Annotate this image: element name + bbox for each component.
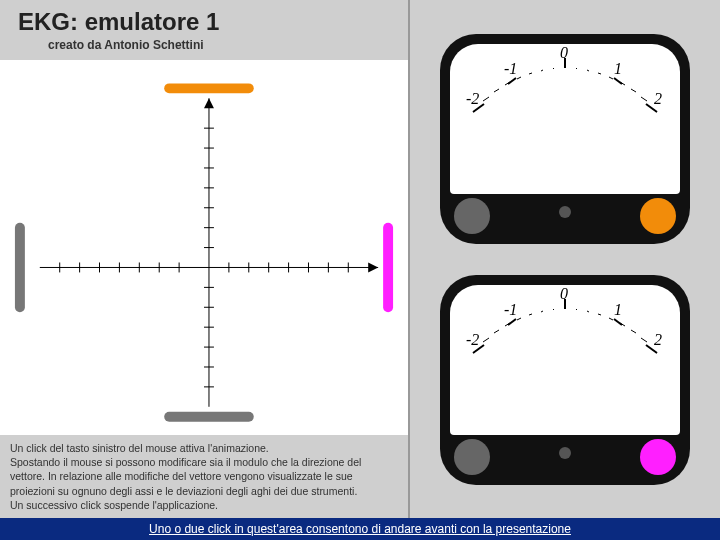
svg-line-65: [609, 318, 613, 320]
svg-line-38: [553, 68, 554, 69]
scale-label: -2: [466, 331, 479, 348]
scale-label: 1: [614, 301, 622, 318]
svg-line-68: [641, 338, 647, 342]
svg-line-43: [609, 77, 613, 79]
scale-label: 0: [560, 285, 568, 302]
gauge-knob-left[interactable]: [454, 439, 490, 475]
scale-label: 0: [560, 44, 568, 61]
svg-line-60: [553, 309, 554, 310]
svg-line-45: [631, 89, 636, 92]
svg-line-57: [517, 318, 521, 320]
gauge-knob-right[interactable]: [640, 439, 676, 475]
svg-line-63: [587, 311, 589, 312]
scale-label: -2: [466, 90, 479, 107]
svg-line-36: [529, 73, 532, 74]
svg-line-35: [517, 77, 521, 79]
svg-line-49: [508, 78, 516, 84]
header: EKG: emulatore 1 creato da Antonio Schet…: [0, 0, 408, 60]
scale-label: -1: [504, 301, 517, 318]
instruction-line: Spostando il mouse si possono modificare…: [10, 455, 398, 498]
svg-line-41: [587, 70, 589, 71]
gauge-center-dot: [559, 447, 571, 459]
scale-label: 2: [654, 90, 662, 107]
svg-line-62: [576, 309, 577, 310]
svg-line-37: [541, 70, 543, 71]
main-area: EKG: emulatore 1 creato da Antonio Schet…: [0, 0, 720, 518]
svg-line-67: [631, 330, 636, 333]
svg-line-32: [483, 97, 489, 101]
gauge-knob-left[interactable]: [454, 198, 490, 234]
svg-line-59: [541, 311, 543, 312]
right-panel: -2 -1 0 1 2: [410, 0, 720, 518]
svg-line-71: [508, 319, 516, 325]
svg-line-42: [598, 73, 601, 74]
svg-marker-1: [368, 262, 378, 272]
gauge-1: -2 -1 0 1 2: [440, 34, 690, 244]
gauge-2: -2 -1 0 1 2: [440, 275, 690, 485]
instruction-line: Un successivo click sospende l'applicazi…: [10, 498, 398, 512]
svg-marker-3: [204, 98, 214, 108]
svg-line-73: [614, 319, 622, 325]
scale-label: -1: [504, 60, 517, 77]
svg-line-51: [614, 78, 622, 84]
svg-line-33: [494, 89, 499, 92]
svg-line-54: [483, 338, 489, 342]
svg-line-64: [598, 314, 601, 315]
vector-plot[interactable]: [0, 60, 408, 435]
gauge-center-dot: [559, 206, 571, 218]
gauge-scale: -2 -1 0 1 2: [450, 285, 680, 435]
left-panel: EKG: emulatore 1 creato da Antonio Schet…: [0, 0, 410, 518]
gauge-scale: -2 -1 0 1 2: [450, 44, 680, 194]
app-title: EKG: emulatore 1: [18, 8, 408, 36]
svg-line-40: [576, 68, 577, 69]
instructions: Un click del tasto sinistro del mouse at…: [0, 435, 408, 518]
scale-label: 2: [654, 331, 662, 348]
app-subtitle: creato da Antonio Schettini: [48, 38, 408, 52]
svg-line-46: [641, 97, 647, 101]
instruction-line: Un click del tasto sinistro del mouse at…: [10, 441, 398, 455]
axes-svg: [0, 60, 408, 435]
svg-line-55: [494, 330, 499, 333]
footer-nav-bar[interactable]: Uno o due click in quest'area consentono…: [0, 518, 720, 540]
scale-label: 1: [614, 60, 622, 77]
gauge-knob-right[interactable]: [640, 198, 676, 234]
svg-line-58: [529, 314, 532, 315]
